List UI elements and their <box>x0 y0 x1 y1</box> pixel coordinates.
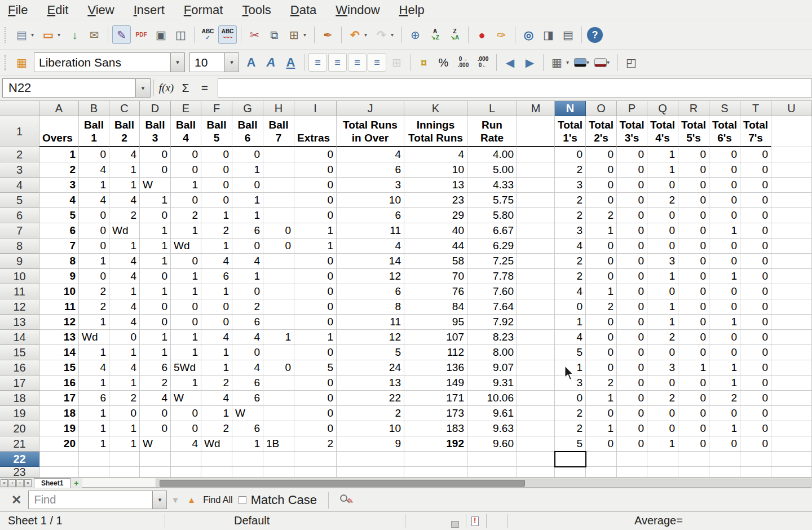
cell-J6[interactable]: 6 <box>337 208 404 223</box>
cell-H12[interactable] <box>263 299 294 315</box>
name-box-dropdown[interactable]: ▾ <box>135 78 151 98</box>
cell-A7[interactable]: 6 <box>39 223 79 238</box>
cell-T6[interactable]: 0 <box>740 208 771 223</box>
previous-sheet-icon[interactable]: ‹ <box>8 479 16 487</box>
cell-P14[interactable]: 0 <box>617 330 647 345</box>
row-header-14[interactable]: 14 <box>0 330 39 345</box>
col-header-N[interactable]: N <box>555 101 586 116</box>
cell-H14[interactable]: 1 <box>263 330 294 345</box>
cell-P1[interactable]: Total 3's <box>617 116 647 147</box>
cell-B9[interactable]: 1 <box>79 254 109 269</box>
cell-S10[interactable]: 1 <box>709 269 740 284</box>
cell-C7[interactable]: Wd <box>109 223 140 238</box>
cell-R5[interactable]: 0 <box>678 193 709 208</box>
cell-T13[interactable]: 0 <box>740 315 771 330</box>
cell-L21[interactable]: 9.60 <box>467 436 517 452</box>
find-and-replace-icon[interactable]: ✎ <box>339 493 354 507</box>
row-header-5[interactable]: 5 <box>0 193 39 208</box>
cell-K15[interactable]: 112 <box>404 345 467 360</box>
cell-B13[interactable]: 1 <box>79 315 109 330</box>
horizontal-scrollbar[interactable] <box>156 479 811 488</box>
cell-M20[interactable] <box>517 421 555 436</box>
edit-mode-icon[interactable]: ✎ <box>112 25 131 44</box>
cell-J5[interactable]: 10 <box>337 193 404 208</box>
cell-I22[interactable] <box>294 452 337 467</box>
cell-E5[interactable]: 0 <box>171 193 201 208</box>
cell-U19[interactable] <box>771 406 812 421</box>
cell-M18[interactable] <box>517 391 555 406</box>
cell-R18[interactable]: 0 <box>678 391 709 406</box>
row-header-15[interactable]: 15 <box>0 345 39 360</box>
cell-O14[interactable]: 0 <box>586 330 617 345</box>
cell-F6[interactable]: 1 <box>201 208 232 223</box>
cell-P19[interactable]: 0 <box>617 406 647 421</box>
insert-mode-icon[interactable] <box>451 518 459 530</box>
borders-icon[interactable]: ▦ <box>548 53 566 72</box>
row-header-21[interactable]: 21 <box>0 436 39 452</box>
sum-button[interactable]: Σ <box>176 79 195 97</box>
hyperlink-icon[interactable]: ⊕ <box>406 25 425 44</box>
cell-G2[interactable]: 0 <box>232 147 263 162</box>
help-icon[interactable]: ? <box>587 27 603 43</box>
cell-E23[interactable] <box>171 467 201 478</box>
cell-S13[interactable]: 1 <box>709 315 740 330</box>
cell-G17[interactable]: 6 <box>232 376 263 391</box>
cell-U12[interactable] <box>771 299 812 315</box>
cell-T12[interactable]: 0 <box>740 299 771 315</box>
cell-B23[interactable] <box>79 467 109 478</box>
cell-R1[interactable]: Total 5's <box>678 116 709 147</box>
cell-N10[interactable]: 2 <box>555 269 586 284</box>
font-name-combo[interactable]: Liberation Sans▾ <box>34 52 185 72</box>
row-header-1[interactable]: 1 <box>0 116 39 147</box>
cell-N15[interactable]: 5 <box>555 345 586 360</box>
cell-Q14[interactable]: 2 <box>647 330 678 345</box>
cell-F11[interactable]: 1 <box>201 284 232 299</box>
cell-B22[interactable] <box>79 452 109 467</box>
cell-E21[interactable]: 4 <box>171 436 201 452</box>
cell-H17[interactable] <box>263 376 294 391</box>
cell-G8[interactable]: 0 <box>232 238 263 254</box>
freeze-panes-icon[interactable]: ◰ <box>622 53 641 72</box>
font-size-value[interactable]: 10 <box>189 52 224 72</box>
cell-P13[interactable]: 0 <box>617 315 647 330</box>
cell-O1[interactable]: Total 2's <box>586 116 617 147</box>
cell-E15[interactable]: 1 <box>171 345 201 360</box>
cell-R8[interactable]: 0 <box>678 238 709 254</box>
cell-H10[interactable] <box>263 269 294 284</box>
cell-N4[interactable]: 3 <box>555 178 586 193</box>
cell-S12[interactable]: 0 <box>709 299 740 315</box>
cell-S15[interactable]: 0 <box>709 345 740 360</box>
cell-Q10[interactable]: 1 <box>647 269 678 284</box>
cell-S3[interactable]: 0 <box>709 162 740 178</box>
toolbar-grip[interactable] <box>5 27 7 43</box>
cell-E4[interactable]: 1 <box>171 178 201 193</box>
cell-F21[interactable]: Wd <box>201 436 232 452</box>
cell-R22[interactable] <box>678 452 709 467</box>
cell-B3[interactable]: 4 <box>79 162 109 178</box>
cell-K21[interactable]: 192 <box>404 436 467 452</box>
cell-F4[interactable]: 0 <box>201 178 232 193</box>
align-left-icon[interactable]: ≡ <box>308 53 327 72</box>
cell-R11[interactable]: 0 <box>678 284 709 299</box>
cell-T20[interactable]: 0 <box>740 421 771 436</box>
cell-T21[interactable]: 0 <box>740 436 771 452</box>
cell-H15[interactable] <box>263 345 294 360</box>
cell-U18[interactable] <box>771 391 812 406</box>
cell-B6[interactable]: 0 <box>79 208 109 223</box>
cell-T8[interactable]: 0 <box>740 238 771 254</box>
cell-O15[interactable]: 0 <box>586 345 617 360</box>
cell-A12[interactable]: 11 <box>39 299 79 315</box>
col-header-D[interactable]: D <box>140 101 171 116</box>
selection-statistics[interactable]: Average= <box>634 514 683 527</box>
cell-O10[interactable]: 0 <box>586 269 617 284</box>
cell-O3[interactable]: 0 <box>586 162 617 178</box>
cell-B4[interactable]: 1 <box>79 178 109 193</box>
cell-O2[interactable]: 0 <box>586 147 617 162</box>
cell-U14[interactable] <box>771 330 812 345</box>
cell-R13[interactable]: 0 <box>678 315 709 330</box>
cell-M21[interactable] <box>517 436 555 452</box>
cell-P16[interactable]: 0 <box>617 360 647 376</box>
menu-item-insert[interactable]: Insert <box>134 2 165 19</box>
cell-O6[interactable]: 2 <box>586 208 617 223</box>
cell-I10[interactable]: 0 <box>294 269 337 284</box>
